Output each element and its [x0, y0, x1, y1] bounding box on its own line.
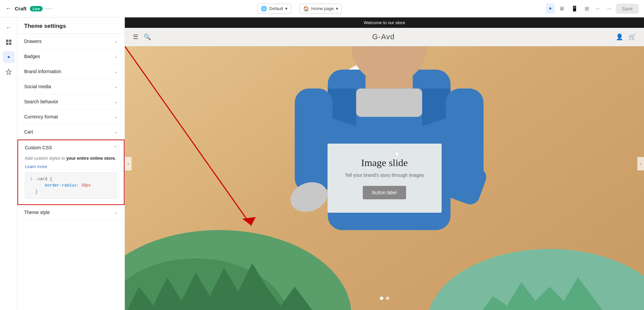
hamburger-icon[interactable]: ☰: [133, 33, 138, 41]
slide-card: Image slide Tell your brand's story thro…: [328, 144, 442, 213]
brand-information-label: Brand information: [24, 69, 61, 74]
chevron-icon: ⌄: [114, 99, 118, 104]
mobile-view-button[interactable]: 📱: [569, 3, 580, 14]
chevron-icon: ⌄: [114, 69, 118, 74]
chevron-down-icon: ▾: [285, 6, 288, 11]
more-options-button[interactable]: ···: [46, 5, 53, 12]
redo-button[interactable]: ↪: [605, 3, 613, 14]
top-bar: ← Craft Live ··· 🌐 Default ▾ 🏠 Home page…: [0, 0, 644, 17]
svg-rect-0: [6, 40, 8, 42]
save-button[interactable]: Save: [616, 4, 639, 14]
desktop-view-button[interactable]: 🖥: [557, 4, 566, 14]
icon-sidebar: ←: [0, 17, 17, 310]
globe-icon: 🌐: [261, 6, 267, 12]
drawers-label: Drawers: [24, 39, 42, 44]
svg-rect-3: [9, 43, 11, 45]
chevron-icon: ⌄: [114, 114, 118, 119]
dot-1[interactable]: [380, 297, 383, 300]
code-line-3: }: [29, 189, 113, 195]
social-media-item[interactable]: Social media ⌄: [17, 79, 125, 94]
back-icon[interactable]: ←: [5, 5, 11, 12]
store-hero: Image slide Tell your brand's story thro…: [125, 46, 644, 310]
carousel-dots: [380, 297, 389, 300]
back-button[interactable]: ←: [3, 21, 15, 34]
dot-2[interactable]: [386, 297, 389, 300]
learn-more-link[interactable]: Learn more: [25, 164, 47, 169]
line-number: 1: [29, 176, 33, 183]
undo-button[interactable]: ↩: [594, 3, 602, 14]
top-bar-right: ✦ 🖥 📱 ⊞ ↩ ↪ Save: [546, 3, 639, 14]
drawers-item[interactable]: Drawers ⌄: [17, 34, 125, 49]
theme-style-item[interactable]: Theme style ⌄: [17, 205, 125, 220]
preview-frame: Welcome to our store ☰ 🔍 G-Avd 👤 🛒: [125, 17, 644, 310]
social-media-label: Social media: [24, 84, 51, 89]
homepage-selector[interactable]: 🏠 Home page ▾: [299, 4, 342, 14]
svg-point-4: [8, 56, 10, 58]
theme-style-label: Theme style: [24, 210, 50, 215]
chevron-icon: ⌄: [114, 130, 118, 134]
code-line-1: 1 .card {: [29, 176, 113, 183]
custom-css-body: Add custom styles to your entire online …: [18, 155, 124, 204]
sections-button[interactable]: [3, 36, 15, 48]
chevron-icon: ⌄: [114, 39, 118, 44]
live-badge: Live: [30, 6, 43, 11]
theme-settings-button[interactable]: [3, 51, 15, 63]
svg-marker-5: [6, 69, 11, 74]
svg-rect-1: [9, 40, 11, 42]
custom-css-description: Add custom styles to your entire online …: [25, 155, 117, 162]
cart-item[interactable]: Cart ⌄: [17, 124, 125, 140]
chevron-down-icon: ▾: [336, 6, 338, 11]
custom-css-item[interactable]: Custom CSS ⌃: [18, 140, 124, 155]
cart-icon[interactable]: 🛒: [629, 33, 636, 41]
svg-rect-16: [356, 89, 422, 117]
line-number: [29, 183, 33, 189]
search-icon[interactable]: 🔍: [144, 33, 151, 41]
custom-css-label: Custom CSS: [25, 145, 52, 150]
preview-scroll-left[interactable]: ‹: [125, 157, 132, 170]
chevron-up-icon: ⌃: [114, 145, 117, 150]
preview-scroll-right[interactable]: ›: [637, 157, 644, 170]
code-line-2: border-radius: 30px: [29, 183, 113, 189]
preview-area: Welcome to our store ☰ 🔍 G-Avd 👤 🛒: [125, 17, 644, 310]
default-selector[interactable]: 🌐 Default ▾: [257, 4, 291, 14]
badges-item[interactable]: Badges ⌄: [17, 49, 125, 64]
custom-css-section: Custom CSS ⌃ Add custom styles to your e…: [17, 140, 125, 205]
search-behavior-item[interactable]: Search behavior ⌄: [17, 94, 125, 109]
cart-label: Cart: [24, 129, 33, 135]
tablet-view-button[interactable]: ⊞: [583, 3, 591, 14]
store-logo: G-Avd: [372, 33, 395, 41]
slide-title: Image slide: [344, 157, 425, 168]
top-bar-left: ← Craft Live ···: [5, 5, 53, 12]
store-header-left: ☰ 🔍: [133, 33, 151, 41]
slide-button[interactable]: Button label: [363, 186, 406, 199]
badges-label: Badges: [24, 54, 40, 59]
main-layout: ← Theme settings Drawers ⌄ Badges ⌄: [0, 17, 644, 310]
panel-list: Drawers ⌄ Badges ⌄ Brand information ⌄ S…: [17, 34, 125, 310]
store-wrapper: Welcome to our store ☰ 🔍 G-Avd 👤 🛒: [125, 17, 644, 310]
code-editor[interactable]: 1 .card { border-radius: 30px }: [25, 172, 117, 199]
chevron-icon: ⌄: [114, 210, 118, 215]
apps-button[interactable]: [3, 66, 15, 78]
line-number: [29, 189, 33, 195]
slide-description: Tell your brand's story through images: [344, 172, 425, 178]
home-icon: 🏠: [303, 6, 309, 12]
chevron-icon: ⌄: [114, 54, 118, 59]
svg-rect-2: [6, 43, 8, 45]
chevron-icon: ⌄: [114, 84, 118, 89]
top-bar-center: 🌐 Default ▾ 🏠 Home page ▾: [57, 4, 542, 14]
account-icon[interactable]: 👤: [616, 33, 623, 41]
brand-information-item[interactable]: Brand information ⌄: [17, 64, 125, 79]
customize-view-button[interactable]: ✦: [546, 3, 554, 14]
panel-title: Theme settings: [17, 17, 125, 34]
currency-format-label: Currency format: [24, 114, 58, 119]
app-name: Craft: [15, 6, 27, 11]
svg-rect-19: [295, 89, 333, 192]
search-behavior-label: Search behavior: [24, 99, 58, 104]
store-header: ☰ 🔍 G-Avd 👤 🛒: [125, 28, 644, 46]
store-header-right: 👤 🛒: [616, 33, 636, 41]
announcement-bar: Welcome to our store: [125, 17, 644, 28]
currency-format-item[interactable]: Currency format ⌄: [17, 109, 125, 124]
panel-sidebar: Theme settings Drawers ⌄ Badges ⌄ Brand …: [17, 17, 125, 310]
